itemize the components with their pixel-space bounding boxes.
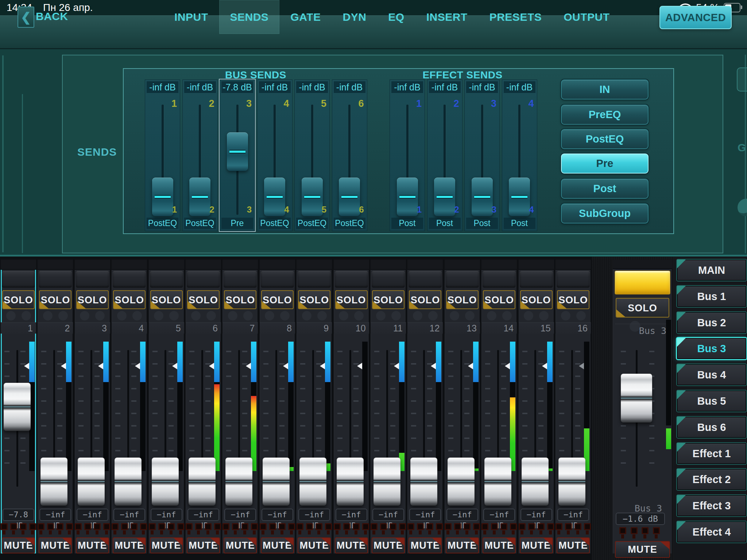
routing-in-button[interactable]: IN [561,79,649,100]
scribble-strip[interactable] [446,271,479,288]
tab-gate[interactable]: GATE [279,0,332,34]
channel-strip[interactable]: SOLO13−inf dBMUTE [445,260,480,553]
scribble-strip[interactable] [150,271,183,288]
channel-strip[interactable]: SOLO14−inf dBMUTE [481,260,517,553]
master-solo-button[interactable]: SOLO [616,298,669,318]
scribble-strip[interactable] [39,271,72,288]
solo-button[interactable]: SOLO [409,290,441,309]
solo-button[interactable]: SOLO [2,290,35,309]
rail-effect-3-button[interactable]: Effect 3 [677,495,746,516]
fader-handle[interactable] [558,458,585,506]
channel-strip[interactable]: SOLO10−inf dBMUTE [334,260,369,553]
send-fader-handle[interactable] [302,178,323,216]
bus-send-strip[interactable]: -inf dB66PostEQ [332,79,367,231]
send-fader-handle[interactable] [189,178,210,216]
solo-button[interactable]: SOLO [557,290,589,309]
mute-button[interactable]: MUTE [76,537,109,553]
rail-bus-2-button[interactable]: Bus 2 [677,312,746,333]
solo-button[interactable]: SOLO [446,290,479,309]
scribble-strip[interactable] [298,271,331,288]
fader-handle[interactable] [225,458,252,506]
fader-handle[interactable] [448,458,475,506]
scribble-strip[interactable] [409,271,442,288]
solo-button[interactable]: SOLO [224,290,256,309]
send-fader-handle[interactable] [434,178,455,216]
bus-send-strip[interactable]: -7.8 dB33Pre [220,79,255,231]
bus-send-strip[interactable]: -inf dB55PostEQ [294,79,330,231]
mute-button[interactable]: MUTE [39,537,72,553]
rail-effect-1-button[interactable]: Effect 1 [677,443,746,464]
advanced-button[interactable]: ADVANCED [659,6,732,29]
solo-button[interactable]: SOLO [298,290,330,309]
send-fader-handle[interactable] [264,178,285,216]
routing-posteq-button[interactable]: PostEQ [561,129,649,149]
fader-handle[interactable] [263,458,290,506]
scribble-strip[interactable] [2,271,35,288]
channel-strip[interactable]: SOLO11−inf dBMUTE [371,260,406,553]
rail-bus-4-button[interactable]: Bus 4 [677,364,746,385]
effect-send-strip[interactable]: -inf dB22Post [427,79,462,231]
tab-dyn[interactable]: DYN [332,0,377,34]
master-fader-handle[interactable] [621,374,652,423]
rail-bus-6-button[interactable]: Bus 6 [677,417,746,438]
tab-presets[interactable]: PRESETS [479,0,553,34]
scribble-strip[interactable] [483,271,516,288]
back-button[interactable]: ❮ [18,7,34,28]
effect-send-strip[interactable]: -inf dB44Post [502,79,537,231]
tab-insert[interactable]: INSERT [415,0,479,34]
rail-bus-3-button[interactable]: Bus 3 [677,338,746,359]
fader-handle[interactable] [152,458,179,506]
solo-button[interactable]: SOLO [76,290,109,309]
fader-handle[interactable] [40,458,67,506]
channel-strip[interactable]: SOLO8−inf dBMUTE [260,260,295,553]
channel-strip[interactable]: SOLO1−7.8 dBMUTE [1,260,36,553]
scribble-strip[interactable] [557,271,590,288]
mute-button[interactable]: MUTE [224,537,257,553]
scribble-strip[interactable] [113,271,146,288]
fader-handle[interactable] [4,383,31,431]
solo-button[interactable]: SOLO [483,290,515,309]
master-mute-button[interactable]: MUTE [615,541,670,558]
scribble-strip[interactable] [187,271,220,288]
channel-strip[interactable]: SOLO6−inf dBMUTE [186,260,221,553]
solo-button[interactable]: SOLO [335,290,368,309]
fader-handle[interactable] [522,458,549,506]
rail-effect-2-button[interactable]: Effect 2 [677,469,746,490]
channel-strip[interactable]: SOLO15−inf dBMUTE [519,260,554,553]
master-strip[interactable]: SOLO Bus 3 Bus 3 −1.6 dB MUTE [613,260,672,553]
send-fader-handle[interactable] [152,178,173,216]
routing-post-button[interactable]: Post [561,179,649,199]
mute-button[interactable]: MUTE [187,537,220,553]
scribble-strip[interactable] [76,271,109,288]
fader-handle[interactable] [78,458,105,506]
solo-button[interactable]: SOLO [39,290,71,309]
rail-bus-1-button[interactable]: Bus 1 [677,286,746,307]
mute-button[interactable]: MUTE [557,537,590,553]
send-fader-handle[interactable] [227,132,248,171]
channel-strip[interactable]: SOLO16−inf dBMUTE [556,260,591,553]
routing-subgroup-button[interactable]: SubGroup [561,203,649,223]
mute-button[interactable]: MUTE [409,537,442,553]
fader-handle[interactable] [410,458,437,506]
channel-strip[interactable]: SOLO9−inf dBMUTE [297,260,332,553]
channel-strip[interactable]: SOLO7−inf dBMUTE [222,260,258,553]
solo-button[interactable]: SOLO [520,290,553,309]
send-fader-handle[interactable] [397,178,418,216]
mute-button[interactable]: MUTE [298,537,331,553]
mute-button[interactable]: MUTE [520,537,553,553]
mute-button[interactable]: MUTE [446,537,479,553]
scribble-strip[interactable] [261,271,294,288]
mute-button[interactable]: MUTE [150,537,183,553]
mute-button[interactable]: MUTE [372,537,405,553]
solo-button[interactable]: SOLO [113,290,146,309]
effect-send-strip[interactable]: -inf dB11Post [390,79,425,231]
rail-main-button[interactable]: MAIN [677,260,746,281]
send-fader-handle[interactable] [339,178,360,216]
master-scribble-strip[interactable] [615,271,670,295]
fader-handle[interactable] [337,458,364,506]
tab-eq[interactable]: EQ [377,0,415,34]
mute-button[interactable]: MUTE [113,537,146,553]
scribble-strip[interactable] [224,271,257,288]
send-fader-handle[interactable] [472,178,493,216]
routing-pre-button[interactable]: Pre [561,153,649,174]
